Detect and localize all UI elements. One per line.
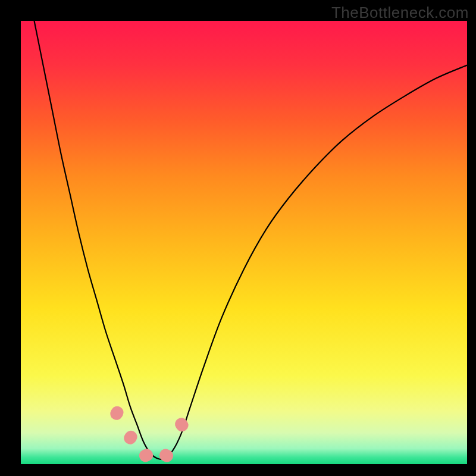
chart-frame: TheBottleneck.com	[0, 0, 476, 476]
bottleneck-curve	[21, 21, 467, 464]
watermark-text: TheBottleneck.com	[331, 4, 469, 22]
plot-area	[21, 21, 467, 464]
